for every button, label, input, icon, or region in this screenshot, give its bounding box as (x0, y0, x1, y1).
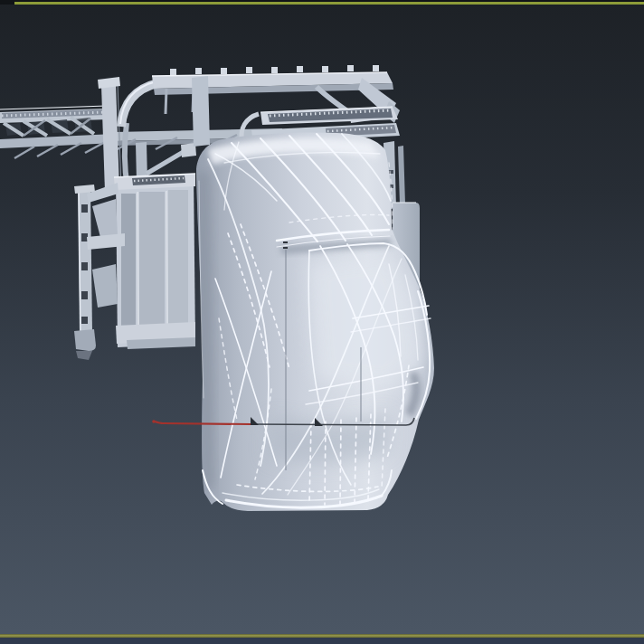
viewport-bottom-strip (0, 638, 644, 644)
viewport-top-border-notch (0, 2, 14, 5)
side-frame-assembly[interactable] (74, 142, 196, 360)
rear-post (192, 76, 210, 147)
scene-canvas[interactable] (0, 0, 644, 644)
viewport-top-border (14, 2, 644, 5)
viewport-3d[interactable] (0, 0, 644, 644)
cab-shell[interactable] (196, 132, 434, 511)
